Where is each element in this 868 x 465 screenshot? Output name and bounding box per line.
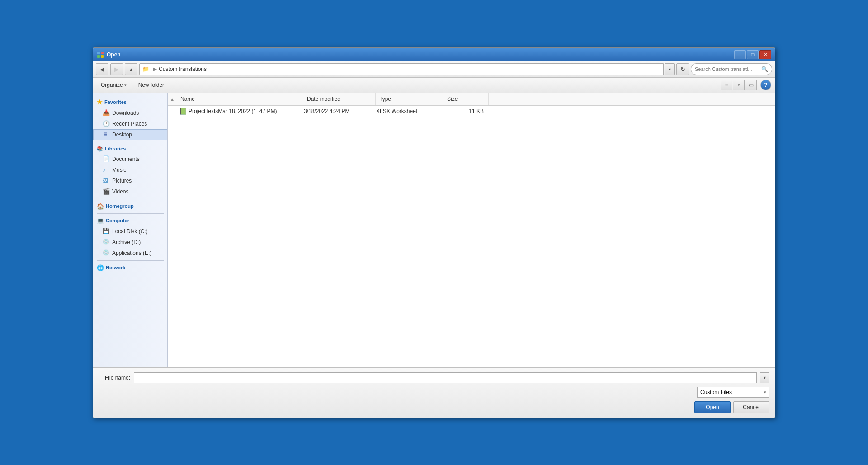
column-header-size[interactable]: Size	[443, 93, 489, 105]
network-label: Network	[106, 265, 125, 270]
sort-arrow: ▲	[168, 97, 177, 102]
filetype-select[interactable]: Custom Files ▾	[697, 387, 769, 398]
sidebar-item-applications-e[interactable]: 💿 Applications (E:)	[93, 248, 167, 258]
computer-icon: 💻	[97, 217, 104, 224]
path-dropdown-button[interactable]: ▾	[665, 63, 675, 75]
sidebar-section-network[interactable]: 🌐 Network	[93, 263, 167, 273]
homegroup-icon: 🏠	[97, 203, 104, 210]
table-row[interactable]: 📗 ProjectTextsMar 18, 2022 (1_47 PM) 3/1…	[168, 106, 775, 117]
open-button[interactable]: Open	[694, 401, 731, 413]
view-buttons: ≡ ▾ ▭	[721, 80, 757, 90]
refresh-button[interactable]: ↻	[676, 63, 689, 75]
filename-row: File name: ▾	[99, 372, 769, 383]
action-buttons: Open Cancel	[99, 401, 769, 413]
file-area: ▲ Name Date modified Type Size	[168, 93, 775, 367]
sidebar-item-downloads[interactable]: 📥 Downloads	[93, 108, 167, 118]
column-header-name[interactable]: Name	[177, 93, 303, 105]
cancel-label: Cancel	[743, 404, 760, 410]
toolbar: Organize ▾ New folder ≡ ▾ ▭ ?	[93, 78, 775, 93]
filetype-dropdown-arrow: ▾	[764, 390, 766, 395]
file-date-cell: 3/18/2022 4:24 PM	[304, 108, 376, 114]
title-bar: Open ─ □ ✕	[93, 48, 775, 61]
sidebar-item-pictures[interactable]: 🖼 Pictures	[93, 175, 167, 186]
column-header-type[interactable]: Type	[376, 93, 443, 105]
column-header-date[interactable]: Date modified	[303, 93, 376, 105]
close-button[interactable]: ✕	[760, 50, 771, 59]
videos-icon: 🎬	[103, 188, 110, 195]
excel-icon: 📗	[179, 108, 187, 115]
maximize-button[interactable]: □	[747, 50, 759, 59]
search-input[interactable]	[695, 66, 760, 72]
view-dropdown-arrow: ▾	[738, 83, 740, 87]
archive-d-icon: 💿	[103, 239, 110, 246]
dialog-window: Open ─ □ ✕ ◀ ▶ ▲ 📁 ▶ Custom translations…	[93, 47, 775, 418]
file-type-cell: XLSX Worksheet	[376, 108, 444, 114]
file-name-cell: 📗 ProjectTextsMar 18, 2022 (1_47 PM)	[179, 108, 304, 115]
sidebar-item-label: Applications (E:)	[112, 250, 151, 256]
title-bar-buttons: ─ □ ✕	[734, 50, 771, 59]
sidebar-item-label: Videos	[112, 188, 128, 195]
search-icon: 🔍	[761, 66, 768, 72]
sidebar-section-homegroup[interactable]: 🏠 Homegroup	[93, 201, 167, 211]
documents-icon: 📄	[103, 155, 110, 163]
sidebar-item-videos[interactable]: 🎬 Videos	[93, 186, 167, 197]
homegroup-label: Homegroup	[106, 203, 134, 209]
filename-label: File name:	[99, 375, 130, 381]
sidebar-item-local-disk-c[interactable]: 💾 Local Disk (C:)	[93, 226, 167, 237]
svg-rect-2	[97, 55, 100, 58]
sidebar-item-label: Archive (D:)	[112, 239, 141, 245]
desktop-icon: 🖥	[103, 131, 110, 138]
path-label: Custom translations	[159, 66, 207, 72]
sidebar-section-computer[interactable]: 💻 Computer	[93, 216, 167, 226]
address-bar: ◀ ▶ ▲ 📁 ▶ Custom translations ▾ ↻ 🔍	[93, 61, 775, 78]
window-title: Open	[107, 52, 734, 58]
local-disk-c-icon: 💾	[103, 228, 110, 235]
sidebar-item-label: Downloads	[112, 110, 139, 116]
computer-label: Computer	[106, 218, 129, 223]
bottom-bar: File name: ▾ Custom Files ▾ Open Cancel	[93, 367, 775, 418]
back-button[interactable]: ◀	[96, 63, 108, 75]
path-folder-icon: 📁	[142, 66, 149, 72]
music-icon: ♪	[103, 166, 110, 174]
sidebar-item-desktop[interactable]: 🖥 Desktop	[93, 129, 167, 140]
address-path[interactable]: 📁 ▶ Custom translations	[139, 63, 664, 75]
column-header-row: ▲ Name Date modified Type Size	[168, 93, 775, 106]
organize-arrow: ▾	[124, 83, 127, 87]
favorites-label: Favorites	[104, 99, 127, 105]
file-list: 📗 ProjectTextsMar 18, 2022 (1_47 PM) 3/1…	[168, 106, 775, 367]
file-size-cell: 11 KB	[444, 108, 489, 114]
recent-places-icon: 🕐	[103, 120, 110, 127]
view-list-button[interactable]: ≡	[721, 80, 732, 90]
open-label: Open	[706, 404, 719, 410]
cancel-button[interactable]: Cancel	[733, 401, 769, 413]
sidebar-divider-3	[97, 213, 164, 214]
up-button[interactable]: ▲	[125, 63, 137, 75]
sidebar-item-label: Local Disk (C:)	[112, 228, 148, 235]
sidebar-item-recent-places[interactable]: 🕐 Recent Places	[93, 118, 167, 129]
sidebar-section-libraries[interactable]: 📚 Libraries	[93, 144, 167, 154]
sidebar-item-archive-d[interactable]: 💿 Archive (D:)	[93, 237, 167, 248]
forward-button[interactable]: ▶	[110, 63, 123, 75]
sidebar-item-music[interactable]: ♪ Music	[93, 164, 167, 175]
downloads-icon: 📥	[103, 109, 110, 117]
sidebar-item-documents[interactable]: 📄 Documents	[93, 154, 167, 164]
minimize-button[interactable]: ─	[734, 50, 746, 59]
sidebar-section-favorites[interactable]: ★ Favorites	[93, 97, 167, 108]
svg-rect-1	[101, 52, 104, 54]
view-dropdown-button[interactable]: ▾	[733, 80, 745, 90]
sidebar-divider-2	[97, 199, 164, 199]
preview-button[interactable]: ▭	[745, 80, 757, 90]
filename-dropdown-button[interactable]: ▾	[760, 372, 769, 383]
organize-button[interactable]: Organize ▾	[97, 80, 131, 90]
sidebar-item-label: Documents	[112, 156, 140, 162]
sidebar-divider-4	[97, 260, 164, 261]
filename-input[interactable]	[134, 372, 757, 383]
help-button[interactable]: ?	[760, 80, 771, 90]
sidebar-item-label: Desktop	[112, 132, 132, 138]
svg-rect-0	[97, 52, 100, 54]
sidebar-item-label: Pictures	[112, 178, 132, 184]
preview-icon: ▭	[749, 82, 754, 88]
libraries-icon: 📚	[97, 146, 103, 152]
pictures-icon: 🖼	[103, 177, 110, 184]
new-folder-button[interactable]: New folder	[134, 80, 168, 90]
